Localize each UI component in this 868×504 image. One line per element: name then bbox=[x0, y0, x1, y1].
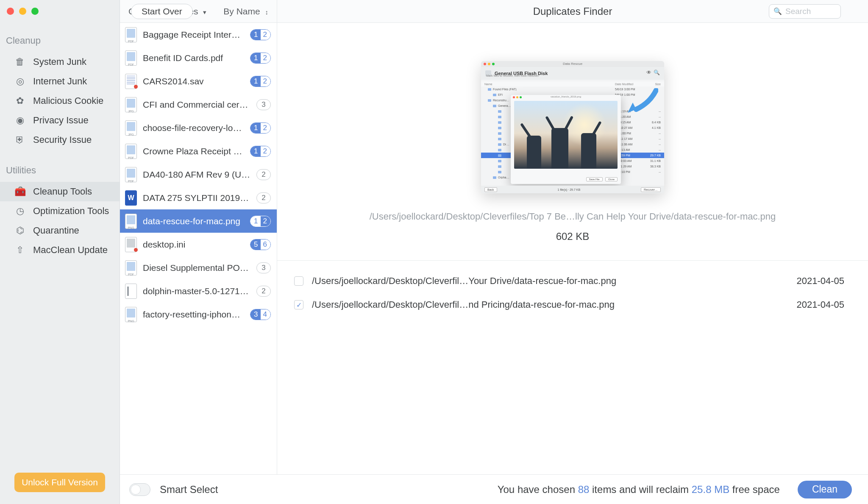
sidebar-item-optimization-tools[interactable]: ◷Optimization Tools bbox=[0, 201, 120, 221]
file-row[interactable]: DATA 275 SYLPTII 2019_20(1…2 bbox=[120, 186, 277, 209]
duplicate-count-badge: 12 bbox=[250, 146, 271, 157]
preview-save-file-button: Save File bbox=[586, 177, 603, 181]
file-type-icon bbox=[125, 144, 137, 159]
sidebar-item-macclean-update[interactable]: ⇧MacClean Update bbox=[0, 240, 120, 260]
preview-disk-hint: Mark files to recover, then click Recove… bbox=[486, 74, 539, 77]
sidebar-item-security-issue[interactable]: ⛨Security Issue bbox=[0, 130, 120, 150]
unlock-full-version-button[interactable]: Unlock Full Version bbox=[14, 473, 105, 492]
duplicate-count-badge: 12 bbox=[250, 76, 271, 87]
toolbox-icon: 🧰 bbox=[14, 186, 25, 197]
sidebar-item-cleanup-tools[interactable]: 🧰Cleanup Tools bbox=[0, 182, 120, 201]
duplicate-instance-row: /Users/joellockard/Desktop/Cleverfil…You… bbox=[294, 269, 844, 293]
file-row[interactable]: data-rescue-for-mac.png12 bbox=[120, 209, 277, 233]
sort-by-dropdown[interactable]: By Name ↕ bbox=[223, 6, 268, 17]
file-row[interactable]: CARS2014.sav12 bbox=[120, 70, 277, 93]
sidebar-item-label: MacClean Update bbox=[33, 245, 108, 256]
sidebar-item-label: Security Issue bbox=[33, 134, 92, 145]
maximize-window-button[interactable] bbox=[31, 8, 39, 15]
sidebar-item-privacy-issue[interactable]: ◉Privacy Issue bbox=[0, 111, 120, 130]
smart-select-label: Smart Select bbox=[160, 484, 218, 496]
sidebar-item-internet-junk[interactable]: ◎Internet Junk bbox=[0, 72, 120, 91]
preview-inner-title: Data Rescue bbox=[481, 62, 664, 66]
duplicate-count-badge: 3 bbox=[256, 99, 271, 110]
duplicate-checkbox[interactable]: ✓ bbox=[294, 300, 303, 309]
preview-back-button: Back bbox=[484, 187, 497, 192]
preview-tree-row: Found Files (FAT)5/6/19 3:00 PM bbox=[481, 86, 664, 92]
file-row[interactable]: DA40-180 AFM Rev 9 (Unse…2 bbox=[120, 163, 277, 186]
file-row[interactable]: dolphin-master-5.0-12716-x6…2 bbox=[120, 279, 277, 303]
upload-icon: ⇧ bbox=[14, 245, 25, 256]
file-name: dolphin-master-5.0-12716-x6… bbox=[143, 286, 250, 296]
sidebar-item-label: Optimization Tools bbox=[33, 206, 109, 217]
minimize-window-button[interactable] bbox=[19, 8, 26, 15]
duplicate-instance-row: ✓/Users/joellockard/Desktop/Cleverfil…nd… bbox=[294, 293, 844, 317]
file-type-icon bbox=[125, 307, 137, 322]
duplicate-count-badge: 2 bbox=[256, 169, 271, 180]
file-name: choose-file-recovery-location.jpg bbox=[143, 123, 244, 133]
duplicate-count-badge: 34 bbox=[250, 309, 271, 320]
sidebar-item-label: Privacy Issue bbox=[33, 115, 89, 126]
file-row[interactable]: Baggage Receipt Internationa…12 bbox=[120, 23, 277, 46]
sidebar-item-quarantine[interactable]: ⌬Quarantine bbox=[0, 221, 120, 240]
search-input[interactable] bbox=[785, 7, 836, 16]
sidebar-item-malicious-cookie[interactable]: ✿Malicious Cookie bbox=[0, 91, 120, 111]
preview-thumbnail: Data Rescue General USB Flash Disk Mark … bbox=[481, 61, 664, 193]
file-name: factory-resetting-iphone-in-set bbox=[143, 309, 244, 320]
chosen-items-count: 88 bbox=[578, 484, 590, 495]
file-type-icon bbox=[125, 284, 137, 299]
preview-col-size: Size bbox=[646, 83, 661, 86]
eye-icon: ◉ bbox=[14, 115, 25, 126]
main-pane: Duplicates Finder 🔍 Data Rescue General … bbox=[277, 0, 868, 504]
duplicate-date: 2021-04-05 bbox=[796, 276, 844, 287]
file-row[interactable]: Benefit ID Cards.pdf12 bbox=[120, 46, 277, 70]
file-type-icon bbox=[125, 190, 137, 206]
file-row[interactable]: Crowne Plaza Receipt 01-08-…12 bbox=[120, 139, 277, 163]
sidebar-item-system-junk[interactable]: 🗑System Junk bbox=[0, 52, 120, 72]
file-type-icon bbox=[125, 27, 137, 42]
file-list[interactable]: Baggage Receipt Internationa…12Benefit I… bbox=[120, 23, 277, 504]
app-title: Duplicates Finder bbox=[533, 6, 612, 17]
reclaim-size: 25.8 MB bbox=[692, 484, 729, 495]
file-row[interactable]: desktop.ini56 bbox=[120, 233, 277, 256]
file-name: Crowne Plaza Receipt 01-08-… bbox=[143, 146, 244, 156]
file-type-icon bbox=[125, 50, 137, 66]
sidebar-item-label: Quarantine bbox=[33, 225, 79, 236]
start-over-button[interactable]: Start Over bbox=[131, 4, 193, 19]
duplicate-count-badge: 3 bbox=[256, 262, 271, 273]
bug-icon: ✿ bbox=[14, 95, 25, 106]
virus-icon: ⌬ bbox=[14, 225, 25, 236]
file-list-pane: Group by All Files ▾ By Name ↕ Baggage R… bbox=[120, 0, 277, 504]
file-name: DA40-180 AFM Rev 9 (Unse… bbox=[143, 170, 250, 180]
duplicate-checkbox[interactable] bbox=[294, 276, 303, 286]
file-type-icon bbox=[125, 237, 137, 252]
file-row[interactable]: choose-file-recovery-location.jpg12 bbox=[120, 116, 277, 139]
sidebar: Cleanup🗑System Junk◎Internet Junk✿Malici… bbox=[0, 0, 120, 504]
duplicate-count-badge: 12 bbox=[250, 29, 271, 40]
sort-by-label: By Name bbox=[223, 6, 260, 16]
preview-recover-button: Recover… bbox=[641, 187, 661, 192]
selection-summary: You have chosen 88 items and will reclai… bbox=[498, 484, 780, 496]
file-row[interactable]: CFI and Commercial certificat…3 bbox=[120, 93, 277, 116]
preview-magnifier-icon: 🔍 bbox=[654, 70, 660, 75]
file-row[interactable]: Diesel Supplemental POH-G…3 bbox=[120, 256, 277, 279]
file-name: DATA 275 SYLPTII 2019_20(1… bbox=[143, 193, 250, 203]
file-name: desktop.ini bbox=[143, 239, 244, 250]
preview-area: Data Rescue General USB Flash Disk Mark … bbox=[277, 23, 868, 504]
clean-button[interactable]: Clean bbox=[798, 481, 852, 498]
search-field[interactable]: 🔍 bbox=[769, 4, 841, 19]
preview-col-name: Name bbox=[484, 83, 615, 86]
window-controls bbox=[0, 0, 120, 15]
file-name: Benefit ID Cards.pdf bbox=[143, 53, 244, 63]
duplicate-path: /Users/joellockard/Desktop/Cleverfil…nd … bbox=[312, 299, 788, 310]
smart-select-toggle[interactable] bbox=[129, 483, 150, 496]
file-name: data-rescue-for-mac.png bbox=[143, 216, 244, 226]
file-row[interactable]: factory-resetting-iphone-in-set34 bbox=[120, 303, 277, 326]
footer: Smart Select You have chosen 88 items an… bbox=[120, 474, 868, 504]
sidebar-section-title: Utilities bbox=[0, 150, 120, 182]
close-window-button[interactable] bbox=[7, 8, 14, 15]
preview-file-size: 602 KB bbox=[556, 231, 590, 242]
duplicate-count-badge: 12 bbox=[250, 216, 271, 227]
duplicate-path: /Users/joellockard/Desktop/Cleverfil…You… bbox=[312, 276, 788, 287]
titlebar: Duplicates Finder 🔍 bbox=[277, 0, 868, 23]
file-type-icon bbox=[125, 97, 137, 112]
